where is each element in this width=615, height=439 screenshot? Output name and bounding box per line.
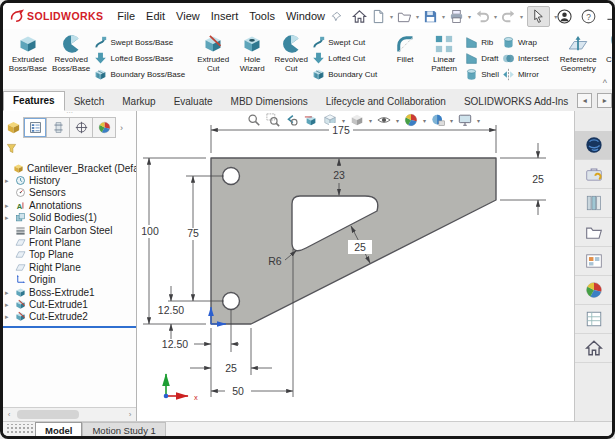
tree-item-material[interactable]: Plain Carbon Steel bbox=[3, 224, 136, 236]
menu-insert[interactable]: Insert bbox=[211, 10, 239, 22]
scrollbar-thumb[interactable] bbox=[17, 410, 79, 419]
open-button[interactable] bbox=[397, 9, 412, 24]
model-tab[interactable]: Model bbox=[35, 422, 82, 437]
dim-hole-spacing[interactable]: 75 bbox=[187, 227, 199, 239]
menu-view[interactable]: View bbox=[176, 10, 200, 22]
task-design-library-button[interactable] bbox=[575, 189, 612, 218]
task-3dexperience-button[interactable] bbox=[575, 131, 612, 160]
configurationmanager-tab[interactable] bbox=[70, 118, 93, 137]
tree-item-front-plane[interactable]: Front Plane bbox=[3, 236, 136, 248]
task-file-explorer-button[interactable] bbox=[575, 218, 612, 247]
displaymanager-tab[interactable] bbox=[93, 118, 115, 137]
tree-item-boss-extrude1[interactable]: ▸Boss-Extrude1 bbox=[3, 286, 136, 298]
tree-item-solid-bodies[interactable]: ▸Solid Bodies(1) bbox=[3, 212, 136, 224]
menu-window[interactable]: Window bbox=[286, 10, 325, 22]
dim-slot-top-offset[interactable]: 23 bbox=[333, 169, 345, 181]
draft-button[interactable]: Draft bbox=[465, 51, 499, 65]
tab-features[interactable]: Features bbox=[3, 91, 65, 111]
tab-mbd-dimensions[interactable]: MBD Dimensions bbox=[222, 93, 317, 111]
task-home-button[interactable] bbox=[575, 334, 612, 363]
expand-arrow-icon[interactable]: ▸ bbox=[5, 301, 13, 308]
tab-solidworks-addins[interactable]: SOLIDWORKS Add-Ins bbox=[455, 93, 577, 111]
tree-item-part[interactable]: Cantilever_Bracket (Default) <<D bbox=[3, 162, 136, 174]
pin-menu-icon[interactable] bbox=[331, 11, 342, 22]
help-icon[interactable]: ? bbox=[581, 9, 596, 24]
menu-edit[interactable]: Edit bbox=[146, 10, 165, 22]
tab-evaluate[interactable]: Evaluate bbox=[165, 93, 222, 111]
fillet-button[interactable]: Fillet bbox=[386, 31, 424, 91]
home-button[interactable] bbox=[352, 9, 367, 24]
part-tab-icon[interactable] bbox=[6, 120, 21, 135]
boundary-cut-button[interactable]: Boundary Cut bbox=[312, 67, 377, 81]
shell-button[interactable]: Shell bbox=[465, 67, 499, 81]
tab-sketch[interactable]: Sketch bbox=[65, 93, 114, 111]
graphics-area[interactable]: ▾ ▾ ▾ ▾ ▾ ▾ bbox=[137, 111, 575, 421]
save-caret-icon[interactable]: ▾ bbox=[442, 13, 445, 20]
extruded-cut-button[interactable]: Extruded Cut bbox=[194, 31, 232, 91]
undo-caret-icon[interactable]: ▾ bbox=[494, 13, 497, 20]
tree-item-top-plane[interactable]: Top Plane bbox=[3, 249, 136, 261]
boundary-boss-base-button[interactable]: Boundary Boss/Base bbox=[94, 67, 185, 81]
dim-left-height[interactable]: 100 bbox=[141, 225, 159, 237]
pane-right-icon[interactable]: ▸ bbox=[597, 93, 612, 108]
dim-total-width[interactable]: 175 bbox=[332, 124, 350, 136]
extruded-boss-base-button[interactable]: Extruded Boss/Base bbox=[7, 31, 49, 91]
menu-tools[interactable]: Tools bbox=[249, 10, 275, 22]
new-document-button[interactable] bbox=[371, 9, 386, 24]
tab-lifecycle-collaboration[interactable]: Lifecycle and Collaboration bbox=[317, 93, 455, 111]
print-caret-icon[interactable]: ▾ bbox=[468, 13, 471, 20]
ribbon-collapse-icon[interactable]: ^ bbox=[603, 78, 607, 88]
swept-boss-base-button[interactable]: Swept Boss/Base bbox=[94, 35, 185, 49]
expand-arrow-icon[interactable]: ▸ bbox=[5, 289, 13, 296]
dim-chamfer-width[interactable]: 25 bbox=[225, 362, 237, 374]
redo-button[interactable] bbox=[501, 9, 516, 24]
user-account-icon[interactable] bbox=[557, 9, 572, 24]
linear-pattern-button[interactable]: Linear Pattern bbox=[425, 31, 463, 91]
save-button[interactable] bbox=[423, 9, 438, 24]
lofted-cut-button[interactable]: Lofted Cut bbox=[312, 51, 377, 65]
expand-arrow-icon[interactable]: ▸ bbox=[5, 313, 13, 320]
undo-button[interactable] bbox=[475, 9, 490, 24]
dim-slot-left-offset[interactable]: 50 bbox=[232, 385, 244, 397]
hole-wizard-button[interactable]: Hole Wizard bbox=[233, 31, 271, 91]
select-tool-button[interactable] bbox=[527, 6, 550, 27]
dim-hole-left-offset[interactable]: 12.50 bbox=[162, 338, 188, 350]
task-appearances-button[interactable] bbox=[575, 276, 612, 305]
new-caret-icon[interactable]: ▾ bbox=[390, 13, 393, 20]
tab-grip[interactable] bbox=[5, 424, 33, 435]
panel-more-icon[interactable]: › bbox=[120, 123, 123, 133]
tree-item-sensors[interactable]: Sensors bbox=[3, 187, 136, 199]
featuremanager-tab[interactable] bbox=[24, 118, 47, 137]
tree-item-origin[interactable]: Origin bbox=[3, 274, 136, 286]
lofted-boss-base-button[interactable]: Lofted Boss/Base bbox=[94, 51, 185, 65]
tree-item-cut-extrude2[interactable]: ▸Cut-Extrude2 bbox=[3, 311, 136, 323]
propertymanager-tab[interactable] bbox=[47, 118, 70, 137]
filter-icon[interactable] bbox=[6, 143, 17, 154]
intersect-button[interactable]: Intersect bbox=[502, 51, 549, 65]
task-view-palette-button[interactable] bbox=[575, 247, 612, 276]
tree-item-annotations[interactable]: ▸AAnnotations bbox=[3, 199, 136, 211]
expand-arrow-icon[interactable]: ▸ bbox=[5, 177, 13, 184]
tree-item-cut-extrude1[interactable]: ▸Cut-Extrude1 bbox=[3, 298, 136, 310]
dim-slot-radius[interactable]: R6 bbox=[268, 255, 282, 267]
pane-left-icon[interactable]: ◂ bbox=[577, 93, 592, 108]
dim-arm-width[interactable]: 25 bbox=[354, 241, 366, 253]
rollback-bar[interactable] bbox=[3, 326, 136, 328]
tab-markup[interactable]: Markup bbox=[113, 93, 164, 111]
dim-right-height[interactable]: 25 bbox=[532, 173, 544, 185]
reference-geometry-button[interactable]: Reference Geometry bbox=[558, 31, 599, 91]
tree-item-right-plane[interactable]: Right Plane bbox=[3, 261, 136, 273]
minimize-button[interactable] bbox=[605, 10, 615, 23]
tree-item-history[interactable]: ▸History bbox=[3, 174, 136, 186]
motion-study-tab[interactable]: Motion Study 1 bbox=[82, 422, 165, 437]
swept-cut-button[interactable]: Swept Cut bbox=[312, 35, 377, 49]
mirror-button[interactable]: Mirror bbox=[502, 67, 549, 81]
open-caret-icon[interactable]: ▾ bbox=[416, 13, 419, 20]
dim-hole-bottom-offset[interactable]: 12.50 bbox=[158, 304, 184, 316]
expand-arrow-icon[interactable]: ▸ bbox=[5, 214, 13, 221]
rib-button[interactable]: Rib bbox=[465, 35, 499, 49]
print-button[interactable] bbox=[449, 9, 464, 24]
revolved-boss-base-button[interactable]: Revolved Boss/Base bbox=[50, 31, 93, 91]
menu-file[interactable]: File bbox=[117, 10, 135, 22]
task-custom-properties-button[interactable] bbox=[575, 305, 612, 334]
